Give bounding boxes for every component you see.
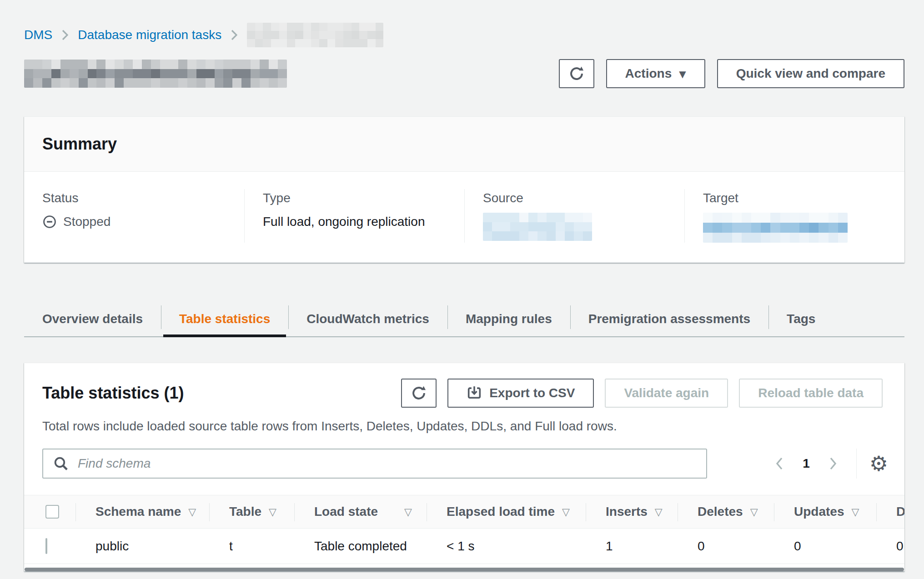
- row-checkbox[interactable]: [45, 538, 47, 554]
- schema-search-input[interactable]: [77, 456, 696, 471]
- cell-load-state: Table completed: [294, 539, 427, 554]
- table-statistics-title: Table statistics (1): [42, 383, 184, 403]
- column-header-elapsed-load-time[interactable]: Elapsed load time ▽: [427, 495, 586, 528]
- tab-premigration-assessments[interactable]: Premigration assessments: [570, 302, 768, 336]
- target-label: Target: [703, 189, 891, 207]
- breadcrumb-link-migration-tasks[interactable]: Database migration tasks: [78, 26, 221, 44]
- column-label: Table: [229, 504, 261, 519]
- quick-view-compare-button[interactable]: Quick view and compare: [717, 59, 904, 88]
- target-value-redacted: [703, 213, 848, 243]
- status-value: Stopped: [42, 213, 231, 231]
- cell-schema-name: public: [75, 539, 209, 554]
- horizontal-scrollbar[interactable]: [25, 568, 904, 571]
- next-page-button: [825, 456, 841, 471]
- summary-field-source: Source: [464, 189, 684, 243]
- chevron-right-icon: [231, 29, 238, 41]
- actions-button-label: Actions: [625, 66, 672, 81]
- sort-icon: ▽: [269, 506, 276, 518]
- table-statistics-table: Schema name ▽ Table ▽ Load state ▽ Elaps…: [24, 495, 904, 564]
- summary-field-status: Status Stopped: [24, 189, 244, 243]
- cell-deletes: 0: [678, 539, 774, 554]
- breadcrumb-link-dms[interactable]: DMS: [24, 26, 52, 44]
- column-label: DDLs: [896, 504, 904, 519]
- page-header: Actions ▼ Quick view and compare: [24, 59, 904, 88]
- previous-page-button: [772, 456, 787, 471]
- page-header-actions: Actions ▼ Quick view and compare: [559, 59, 904, 88]
- pagination: 1 ⚙: [772, 449, 888, 479]
- tab-table-statistics[interactable]: Table statistics: [161, 302, 288, 336]
- table-statistics-header: Table statistics (1): [24, 363, 904, 408]
- preferences-gear-icon[interactable]: ⚙: [869, 453, 888, 474]
- export-to-csv-label: Export to CSV: [489, 386, 575, 400]
- dms-task-page: DMS Database migration tasks Actions: [0, 0, 924, 571]
- current-page-number: 1: [803, 456, 810, 471]
- cell-ddls: 0: [876, 539, 904, 554]
- page-title-redacted: [24, 60, 287, 88]
- column-label: Deletes: [698, 504, 743, 519]
- column-header-ddls[interactable]: DDLs ▽: [876, 495, 904, 528]
- schema-search-box: [42, 449, 707, 479]
- tab-cloudwatch-metrics[interactable]: CloudWatch metrics: [288, 302, 447, 336]
- chevron-right-icon: [61, 29, 69, 41]
- validate-again-button: Validate again: [605, 379, 728, 408]
- source-value-redacted: [483, 213, 592, 241]
- sort-icon: ▽: [188, 506, 196, 518]
- tab-overview-details[interactable]: Overview details: [24, 302, 161, 336]
- sort-icon: ▽: [562, 506, 570, 518]
- summary-field-type: Type Full load, ongoing replication: [244, 189, 464, 243]
- column-label: Load state: [314, 504, 378, 519]
- column-header-deletes[interactable]: Deletes ▽: [678, 495, 774, 528]
- breadcrumb: DMS Database migration tasks: [24, 0, 904, 47]
- search-icon: [53, 456, 69, 471]
- stopped-icon: [42, 215, 57, 229]
- select-all-checkbox[interactable]: [45, 505, 59, 519]
- column-header-inserts[interactable]: Inserts ▽: [586, 495, 678, 528]
- select-all-cell: [24, 495, 75, 528]
- column-label: Inserts: [606, 504, 648, 519]
- cell-elapsed-load-time: < 1 s: [427, 539, 586, 554]
- table-header-row: Schema name ▽ Table ▽ Load state ▽ Elaps…: [24, 495, 904, 529]
- table-row: public t Table completed < 1 s 1 0 0 0: [24, 529, 904, 564]
- table-refresh-button[interactable]: [401, 379, 437, 408]
- sort-icon: ▽: [404, 506, 412, 518]
- actions-button[interactable]: Actions ▼: [606, 59, 705, 88]
- status-text: Stopped: [63, 213, 110, 231]
- column-label: Schema name: [95, 504, 181, 519]
- cell-inserts: 1: [586, 539, 678, 554]
- sort-icon: ▽: [851, 506, 859, 518]
- column-label: Elapsed load time: [447, 504, 555, 519]
- breadcrumb-redacted-task-name: [247, 23, 383, 47]
- export-to-csv-button[interactable]: Export to CSV: [447, 379, 594, 408]
- cell-updates: 0: [774, 539, 876, 554]
- summary-card: Summary Status Stopped Type Full load, o…: [24, 116, 904, 263]
- cell-table: t: [209, 539, 294, 554]
- table-statistics-card: Table statistics (1): [24, 363, 904, 571]
- sort-icon: ▽: [750, 506, 758, 518]
- table-controls: 1 ⚙: [24, 449, 904, 495]
- task-tabs: Overview details Table statistics CloudW…: [24, 302, 904, 337]
- column-header-schema-name[interactable]: Schema name ▽: [75, 495, 209, 528]
- summary-fields: Status Stopped Type Full load, ongoing r…: [24, 172, 904, 263]
- tab-tags[interactable]: Tags: [768, 302, 834, 336]
- column-header-load-state[interactable]: Load state ▽: [294, 495, 427, 528]
- refresh-icon: [411, 385, 427, 401]
- table-statistics-buttons: Export to CSV Validate again Reload tabl…: [401, 379, 883, 408]
- refresh-button[interactable]: [559, 59, 594, 88]
- download-icon: [467, 385, 482, 401]
- sort-icon: ▽: [655, 506, 663, 518]
- refresh-icon: [569, 66, 584, 81]
- status-label: Status: [42, 189, 231, 207]
- caret-down-icon: ▼: [679, 70, 686, 79]
- column-header-table[interactable]: Table ▽: [209, 495, 294, 528]
- pager-divider: [856, 449, 857, 479]
- column-label: Updates: [794, 504, 844, 519]
- row-select-cell: [24, 539, 75, 554]
- type-value: Full load, ongoing replication: [263, 213, 451, 231]
- tab-mapping-rules[interactable]: Mapping rules: [447, 302, 570, 336]
- type-label: Type: [263, 189, 451, 207]
- column-header-updates[interactable]: Updates ▽: [774, 495, 876, 528]
- reload-table-data-button: Reload table data: [739, 379, 883, 408]
- summary-field-target: Target: [684, 189, 904, 243]
- source-label: Source: [483, 189, 671, 207]
- summary-title: Summary: [24, 117, 904, 172]
